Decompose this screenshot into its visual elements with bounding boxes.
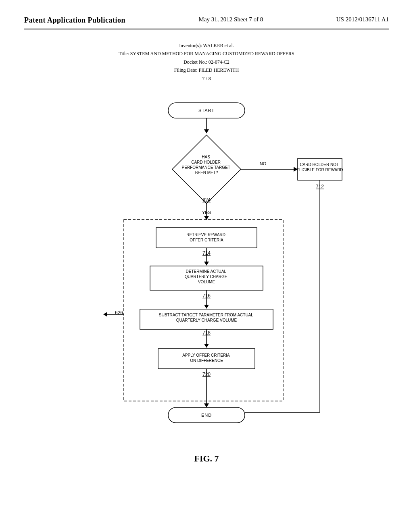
publication-title: Patent Application Publication bbox=[24, 16, 125, 25]
diamond-ref: 624 bbox=[202, 197, 211, 203]
meta-info: Inventor(s): WALKER et al. Title: SYSTEM… bbox=[24, 42, 389, 83]
svg-marker-14 bbox=[103, 312, 107, 317]
page-header: Patent Application Publication May 31, 2… bbox=[24, 16, 389, 29]
no-label: NO bbox=[260, 161, 267, 166]
docket-line: Docket No.: 02-074-C2 bbox=[24, 58, 389, 66]
svg-marker-17 bbox=[204, 262, 209, 266]
figure-caption: FIG. 7 bbox=[24, 453, 389, 464]
start-label: START bbox=[198, 108, 215, 113]
svg-marker-26 bbox=[204, 403, 209, 407]
loop-ref: 626 bbox=[115, 310, 123, 316]
svg-marker-2 bbox=[204, 129, 209, 133]
svg-marker-23 bbox=[204, 344, 209, 348]
inventor-line: Inventor(s): WALKER et al. bbox=[24, 42, 389, 50]
yes-label: YES bbox=[202, 210, 211, 215]
filing-line: Filing Date: FILED HEREWITH bbox=[24, 66, 389, 74]
publication-date: May 31, 2012 Sheet 7 of 8 bbox=[199, 16, 263, 23]
end-label: END bbox=[201, 413, 212, 418]
patent-number: US 2012/0136711 A1 bbox=[336, 16, 389, 23]
flowchart-diagram: START HAS CARD HOLDER PERFORMANCE TARGET… bbox=[65, 99, 348, 429]
sheet-line: 7 / 8 bbox=[24, 75, 389, 83]
page: Patent Application Publication May 31, 2… bbox=[0, 0, 413, 532]
title-line: Title: SYSTEM AND METHOD FOR MANAGING CU… bbox=[24, 50, 389, 58]
svg-marker-20 bbox=[204, 305, 209, 309]
